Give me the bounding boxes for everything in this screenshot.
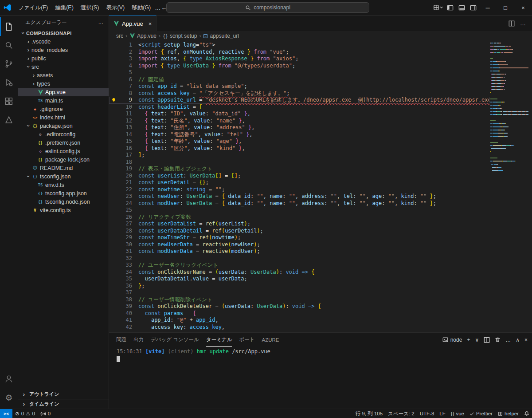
status-remote[interactable]: >< [0, 409, 12, 418]
lightbulb-icon[interactable] [109, 97, 118, 104]
status-eol[interactable]: LF [437, 409, 448, 418]
editor-more-actions-icon[interactable]: … [520, 20, 526, 27]
sidebar-section[interactable]: ›アウトライン [18, 389, 109, 399]
tree-item[interactable]: {}package-lock.json [18, 155, 109, 164]
tree-item[interactable]: ⚙.editorconfig [18, 130, 109, 138]
code-line[interactable]: 39const onClickDeleteUser = (userData: U… [109, 303, 489, 310]
tree-item[interactable]: ›public [18, 54, 109, 63]
tree-item[interactable]: {}tsconfig.app.json [18, 189, 109, 197]
code-line[interactable]: 7const app_id = "list_data_sample"; [109, 83, 489, 90]
tree-item[interactable]: Vvite.config.ts [18, 206, 109, 214]
source-control-icon[interactable] [0, 55, 18, 73]
tree-item[interactable]: ›assets [18, 71, 109, 79]
tree-item[interactable]: ⓘREADME.md [18, 164, 109, 172]
status-formatter[interactable]: Prettier [467, 409, 495, 418]
split-editor-icon[interactable] [509, 20, 515, 27]
toggle-panel-icon[interactable] [456, 2, 467, 13]
status-indentation[interactable]: スペース: 2 [385, 409, 417, 418]
status-language-mode[interactable]: {}vue [448, 409, 467, 418]
tree-item[interactable]: App.vue [18, 88, 109, 96]
code-line[interactable]: 42 access_key: access_key, [109, 324, 489, 331]
code-line[interactable]: 19// 表示・編集用オブジェクト [109, 166, 489, 173]
code-line[interactable]: 8const access_key = "「アクセスキー」を記述します。"; [109, 90, 489, 97]
status-ports[interactable]: 0 [38, 409, 53, 418]
minimap[interactable] [490, 43, 528, 173]
code-line[interactable]: 23const newUser: UserData = { data_id: "… [109, 193, 489, 200]
maximize-panel-icon[interactable]: ∧ [516, 337, 520, 343]
extensions-icon[interactable] [0, 92, 18, 110]
minimize-button[interactable]: ─ [479, 0, 497, 15]
code-line[interactable]: 10const headerList = [ [109, 104, 489, 111]
code-line[interactable]: 37 [109, 289, 489, 296]
code-line[interactable]: 17]; [109, 152, 489, 159]
new-terminal-icon[interactable]: + [467, 337, 470, 343]
tree-item[interactable]: TSenv.d.ts [18, 181, 109, 189]
code-line[interactable]: 41 app_id: "@" + app_id, [109, 317, 489, 324]
maximize-button[interactable]: □ [497, 0, 514, 15]
tree-item[interactable]: {}tsconfig.node.json [18, 197, 109, 206]
menu-overflow-icon[interactable]: … [155, 2, 160, 13]
editor[interactable]: 1<script setup lang="ts">2import { ref, … [109, 41, 532, 332]
code-line[interactable]: 12 { text: "氏名", value: "name" }, [109, 118, 489, 125]
code-line[interactable]: 35 userDataDetail.value = userData; [109, 276, 489, 283]
code-line[interactable]: 2import { ref, onMounted, reactive } fro… [109, 49, 489, 56]
code-line[interactable]: 26// リアクティブ変数 [109, 214, 489, 221]
toggle-sidebar-icon[interactable] [444, 2, 456, 13]
status-helper[interactable]: helper [495, 409, 521, 418]
code-line[interactable]: 14 { text: "電話番号", value: "tel" }, [109, 131, 489, 138]
code-line[interactable]: 32 [109, 255, 489, 262]
breadcrumb-item[interactable]: src [116, 33, 123, 39]
panel-tab[interactable]: 問題 [116, 333, 126, 347]
code-line[interactable]: 34const onClickUserName = (userData: Use… [109, 269, 489, 276]
code-line[interactable]: 15 { text: "年齢", value: "age" }, [109, 138, 489, 145]
code-line[interactable]: 4import { type UserData } from "@/types/… [109, 63, 489, 70]
run-debug-icon[interactable] [0, 73, 18, 92]
azure-icon[interactable] [0, 110, 18, 129]
breadcrumb-item[interactable]: appsuite_url [203, 33, 239, 39]
code-line[interactable]: 33// ユーザー名クリックイベント [109, 262, 489, 269]
code-line[interactable]: 5 [109, 69, 489, 76]
terminal-profile-chevron-icon[interactable]: ∨ [475, 337, 479, 343]
tree-item[interactable]: TSmain.ts [18, 96, 109, 105]
panel-tab[interactable]: ターミナル [206, 333, 232, 347]
code-line[interactable]: 36}; [109, 283, 489, 290]
breadcrumb-item[interactable]: {}script setup [163, 33, 197, 39]
code-line[interactable]: 30const newUserData = reactive(newUser); [109, 241, 489, 248]
code-line[interactable]: 22const nowtime: string = ""; [109, 186, 489, 193]
tree-item[interactable]: ›{}tsconfig.json [18, 172, 109, 181]
panel-tab[interactable]: AZURE [262, 333, 279, 347]
tree-item[interactable]: ◆.gitignore [18, 105, 109, 113]
code-line[interactable]: 1<script setup lang="ts"> [109, 42, 489, 49]
split-terminal-icon[interactable] [484, 337, 490, 343]
panel-more-actions-icon[interactable]: … [505, 337, 511, 343]
code-line[interactable]: 31const modUserData = reactive(modUser); [109, 248, 489, 255]
tree-item[interactable]: ›COMPOSISIONAPI [18, 29, 109, 37]
code-line[interactable]: 16 { text: "区分", value: "kind" }, [109, 145, 489, 152]
code-line[interactable]: 9const appsuite_url = "desknet's NEOのURL… [109, 97, 489, 104]
tree-item[interactable]: <>index.html [18, 113, 109, 122]
tree-item[interactable]: {}.prettierrc.json [18, 138, 109, 147]
menu-item[interactable]: 移動(G) [128, 3, 154, 13]
terminal-instance-node[interactable]: node [442, 337, 462, 343]
close-button[interactable]: × [514, 0, 532, 15]
code-line[interactable]: 40 const params = { [109, 310, 489, 317]
code-line[interactable]: 28const userDataDetail = ref(userDetail)… [109, 228, 489, 235]
code-line[interactable]: 13 { text: "住所", value: "address" }, [109, 124, 489, 131]
status-cursor-position[interactable]: 行 9, 列 105 [353, 409, 385, 418]
tree-item[interactable]: ›src [18, 63, 109, 71]
code-line[interactable]: 20const userList: UserData[] = []; [109, 173, 489, 180]
tree-item[interactable]: ›node_modules [18, 46, 109, 54]
explorer-more-actions-icon[interactable]: … [98, 20, 104, 25]
toggle-secondary-sidebar-icon[interactable] [467, 2, 479, 13]
search-icon[interactable] [0, 36, 18, 55]
menu-item[interactable]: ファイル(F) [15, 3, 51, 13]
status-notifications[interactable] [521, 409, 532, 418]
command-center-search[interactable]: composisionapi [166, 2, 369, 13]
kill-terminal-icon[interactable] [495, 337, 501, 343]
code-line[interactable]: 27const userDataList = ref(userList); [109, 221, 489, 228]
code-line[interactable]: 6// 固定値 [109, 76, 489, 83]
sidebar-section[interactable]: ›タイムライン [18, 399, 109, 409]
menu-item[interactable]: 選択(S) [77, 3, 103, 13]
tree-item[interactable]: ›.vscode [18, 37, 109, 46]
panel-tab[interactable]: ポート [239, 333, 254, 347]
